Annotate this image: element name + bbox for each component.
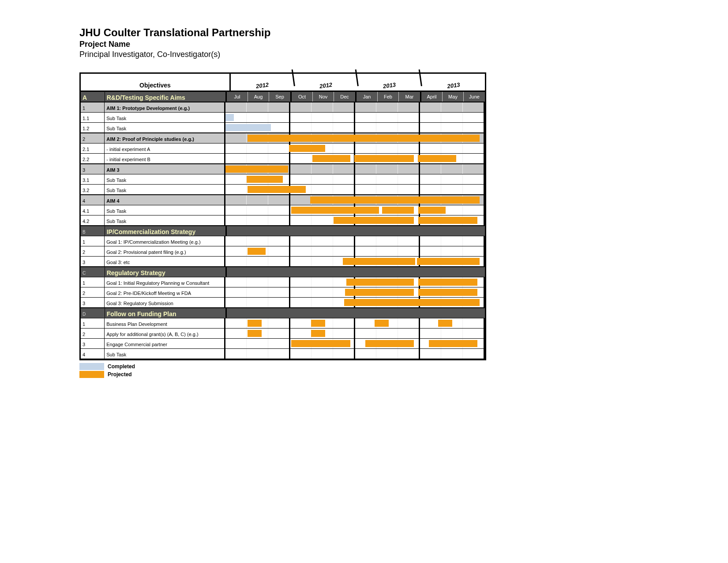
gantt-row: 3.2Sub Task [81,185,485,195]
gantt-chart: Objectives2012201220132013AR&D/Testing S… [79,72,486,360]
year-label: 2013 [357,69,422,95]
row-id: 4.2 [81,215,105,225]
month-label: Jul [227,92,248,102]
gantt-row: 4.2Sub Task [81,215,485,226]
gantt-row: 3Engage Commercial partner [81,339,485,349]
gantt-row: 2.2 - initial experiment B [81,154,485,164]
gantt-row: 4Sub Task [81,349,485,359]
row-id: 2 [81,329,105,338]
row-label: Goal 3: etc [105,257,225,266]
month-label: June [464,92,485,102]
row-label: Sub Task [105,185,225,194]
row-label: - initial experiment B [105,154,225,163]
project-name: Project Name [79,40,728,49]
row-id: 1.1 [81,113,105,122]
section-id: D [81,308,105,318]
month-label: Aug [248,92,269,102]
row-label: Sub Task [105,215,225,225]
legend-label-completed: Completed [108,363,135,370]
gantt-row: 3Goal 3: etc [81,257,485,267]
row-label: Sub Task [105,174,225,184]
row-id: 1 [81,102,105,112]
section-header: CRegulatory Strategy [81,267,485,277]
objectives-header: Objectives [81,74,231,91]
row-label: Engage Commercial partner [105,339,225,348]
row-id: 3.1 [81,174,105,184]
gantt-row: 2Goal 2: Pre-IDE/Kickoff Meeting w FDA [81,287,485,298]
row-id: 1 [81,318,105,328]
main-title: JHU Coulter Translational Partnership [79,26,728,39]
row-label: Business Plan Development [105,318,225,328]
row-id: 2.1 [81,144,105,153]
gantt-row: 1AIM 1: Prototype Development (e.g.) [81,102,485,113]
month-label: Jan [356,92,378,102]
row-id: 4.1 [81,205,105,215]
row-id: 1 [81,277,105,287]
legend-swatch-projected [79,371,104,378]
gantt-row: 1Goal 1: IP/Commercialization Meeting (e… [81,236,485,246]
section-title: R&D/Testing Specific Aims [105,92,227,102]
row-id: 4 [81,349,105,359]
section-header: BIP/Commercialization Strategy [81,226,485,236]
section-header: DFollow on Funding Plan [81,308,485,318]
section-title: Regulatory Strategy [105,267,227,277]
gantt-row: 3Goal 3: Regulatory Submission [81,298,485,308]
gantt-row: 3AIM 3 [81,164,485,174]
row-id: 3 [81,257,105,266]
section-title: Follow on Funding Plan [105,308,227,318]
gantt-row: 4AIM 4 [81,195,485,205]
row-label: Sub Task [105,123,225,132]
legend-label-projected: Projected [108,371,132,378]
row-id: 2.2 [81,154,105,163]
row-id: 3.2 [81,185,105,194]
row-id: 1 [81,236,105,246]
row-label: Goal 3: Regulatory Submission [105,298,225,307]
gantt-row: 2.1 - initial experiment A [81,144,485,154]
row-id: 3 [81,164,105,174]
month-label: Oct [292,92,313,102]
gantt-row: 3.1Sub Task [81,174,485,185]
gantt-row: 1Goal 1: Initial Regulatory Planning w C… [81,277,485,287]
legend: Completed Projected [79,363,728,378]
legend-swatch-completed [79,363,104,370]
row-id: 2 [81,133,105,143]
row-label: AIM 3 [105,164,225,174]
row-label: Goal 1: Initial Regulatory Planning w Co… [105,277,225,287]
row-label: Apply for additional grant(s) (A, B, C) … [105,329,225,338]
month-label: Dec [334,92,355,102]
month-label: May [443,92,464,102]
row-id: 2 [81,246,105,256]
section-title: IP/Commercialization Strategy [105,226,227,236]
row-id: 3 [81,298,105,307]
row-label: Goal 2: Pre-IDE/Kickoff Meeting w FDA [105,287,225,297]
gantt-row: 2AIM 2: Proof of Principle studies (e.g.… [81,133,485,144]
row-label: AIM 4 [105,195,225,205]
month-header-row: AR&D/Testing Specific AimsJulAugSepOctNo… [81,92,485,102]
row-label: Goal 1: IP/Commercialization Meeting (e.… [105,236,225,246]
section-id: B [81,226,105,236]
gantt-row: 4.1Sub Task [81,205,485,215]
gantt-row: 1Business Plan Development [81,318,485,329]
investigators: Principal Investigator, Co-Investigator(… [79,50,728,59]
year-label: 2012 [293,69,359,95]
row-label: Sub Task [105,349,225,359]
section-id: C [81,267,105,277]
row-label: AIM 2: Proof of Principle studies (e.g.) [105,133,225,143]
row-id: 4 [81,195,105,205]
row-id: 3 [81,339,105,348]
row-label: - initial experiment A [105,144,225,153]
row-id: 2 [81,287,105,297]
month-label: Nov [313,92,334,102]
year-label: 2012 [230,69,295,95]
gantt-row: 1.2Sub Task [81,123,485,133]
month-label: Sep [269,92,290,102]
gantt-row: 2Apply for additional grant(s) (A, B, C)… [81,329,485,339]
month-label: Feb [378,92,399,102]
row-label: AIM 1: Prototype Development (e.g.) [105,102,225,112]
gantt-row: 2Goal 2: Provisional patent filing (e.g.… [81,246,485,257]
section-id: A [81,92,105,102]
row-label: Sub Task [105,205,225,215]
month-label: April [421,92,443,102]
year-header-row: Objectives2012201220132013 [81,74,485,92]
year-label: 2013 [420,69,486,95]
